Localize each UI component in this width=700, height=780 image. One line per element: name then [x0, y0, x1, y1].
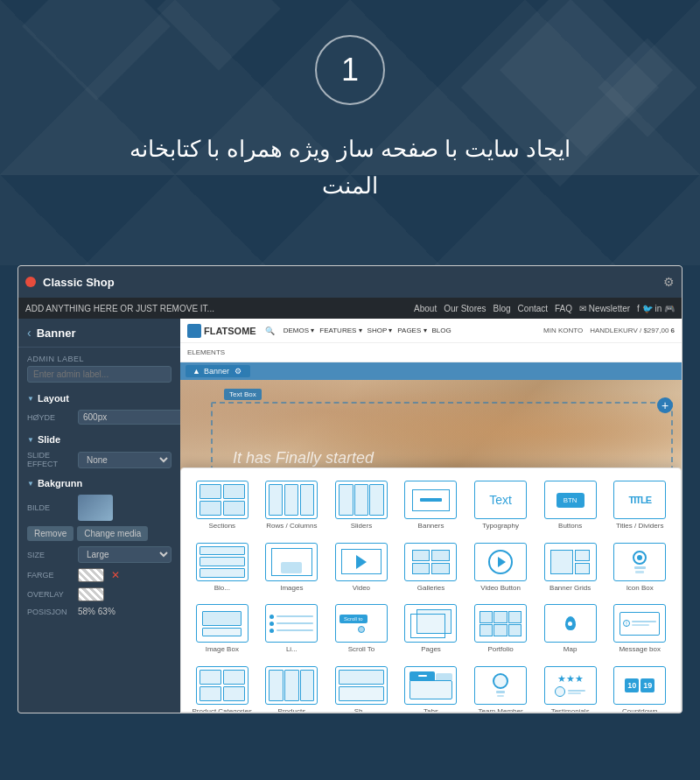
- search-icon[interactable]: 🔍: [265, 327, 275, 335]
- banner-label-chip: ▲ Banner ⚙: [186, 365, 250, 377]
- element-pages[interactable]: Pages: [399, 601, 464, 657]
- element-team-member[interactable]: Team Member: [468, 663, 533, 713]
- element-scroll-to[interactable]: Scroll to Scroll To: [329, 601, 394, 657]
- element-testimonials[interactable]: ★★★ Testimonials: [538, 663, 603, 713]
- element-products[interactable]: Products: [260, 663, 325, 713]
- element-sh[interactable]: Sh...: [329, 663, 394, 713]
- admin-bar-text: ADD ANYTHING HERE OR JUST REMOVE IT...: [25, 304, 214, 313]
- left-panel: ‹ Banner ADMIN LABEL Layout HØYDE Slide …: [18, 319, 180, 713]
- images-icon: [265, 543, 318, 581]
- images-label: Images: [280, 584, 303, 593]
- element-blog[interactable]: Blo...: [190, 539, 255, 596]
- top-section: 1 ایجاد سایت با صفحه ساز ویژه همراه با ک…: [0, 0, 700, 265]
- element-galleries[interactable]: Galleries: [399, 539, 464, 596]
- element-sliders[interactable]: Sliders: [329, 477, 394, 534]
- admin-bar-contact[interactable]: Contact: [518, 304, 548, 313]
- right-content: FLATSOME 🔍 DEMOS ▾ FEATURES ▾ SHOP ▾ PAG…: [180, 319, 682, 713]
- element-typography[interactable]: Text Typography: [468, 477, 533, 534]
- admin-bar-stores[interactable]: Our Stores: [444, 304, 486, 313]
- map-icon: [544, 604, 597, 643]
- overlay-row: OVERLAY: [18, 585, 180, 604]
- element-rows[interactable]: Rows / Columns: [260, 477, 325, 534]
- team-member-label: Team Member: [479, 707, 523, 713]
- scroll-to-label: Scroll To: [348, 645, 375, 654]
- min-konto[interactable]: MIN KONTO: [543, 327, 583, 334]
- element-banner-grids[interactable]: Banner Grids: [538, 539, 603, 596]
- size-select[interactable]: Large: [78, 546, 172, 563]
- gear-icon[interactable]: ⚙: [663, 275, 675, 289]
- pages-label: Pages: [421, 645, 441, 654]
- element-sections[interactable]: Sections: [190, 477, 255, 534]
- element-portfolio[interactable]: Portfolio: [468, 601, 533, 657]
- nav-demos[interactable]: DEMOS ▾: [284, 327, 315, 334]
- bilde-row: BILDE: [18, 492, 180, 524]
- slide-effect-select[interactable]: None: [78, 452, 172, 468]
- panel-section-name: Banner: [37, 327, 76, 340]
- elements-overlay: Sections Rows / Columns: [180, 467, 682, 713]
- nav-pages[interactable]: PAGES ▾: [397, 327, 426, 334]
- remove-button[interactable]: Remove: [27, 526, 74, 541]
- video-button-icon: [474, 543, 527, 581]
- admin-bar-newsletter[interactable]: ✉ Newsletter: [579, 304, 630, 313]
- element-buttons[interactable]: BTN Buttons: [538, 477, 603, 534]
- hoyde-row: HØYDE: [18, 407, 180, 427]
- element-titles[interactable]: TITLE Titles / Dividers: [607, 477, 672, 534]
- text-box-label[interactable]: Text Box: [224, 389, 262, 400]
- video-icon: [335, 543, 388, 581]
- diamond-shape: [22, 0, 171, 101]
- admin-bar-faq[interactable]: FAQ: [555, 304, 572, 313]
- rows-icon: [265, 481, 318, 519]
- nav-blog[interactable]: BLOG: [432, 327, 452, 334]
- admin-bar-about[interactable]: About: [414, 304, 437, 313]
- typography-label: Typography: [482, 522, 519, 531]
- element-video[interactable]: Video: [329, 539, 394, 596]
- close-button[interactable]: [25, 277, 36, 287]
- admin-bar-blog[interactable]: Blog: [494, 304, 511, 313]
- farge-row: FARGE ✕: [18, 566, 180, 585]
- icon-box-icon: [613, 543, 666, 581]
- message-box-label: Message box: [619, 645, 661, 654]
- banner-settings-icon[interactable]: ⚙: [233, 366, 243, 376]
- tabs-label: Tabs: [424, 707, 438, 713]
- farge-clear-icon[interactable]: ✕: [111, 569, 120, 581]
- buttons-icon: BTN: [544, 481, 597, 519]
- hoyde-input[interactable]: [78, 410, 180, 425]
- nav-features[interactable]: FEATURES ▾: [319, 327, 361, 334]
- galleries-label: Galleries: [417, 584, 445, 593]
- admin-label-field: ADMIN LABEL: [18, 348, 180, 386]
- element-map[interactable]: Map: [538, 601, 603, 657]
- elements-grid: Sections Rows / Columns: [190, 477, 672, 713]
- elements-nav[interactable]: ELEMENTS: [187, 348, 225, 356]
- video-button-label: Video Button: [480, 584, 521, 593]
- element-product-categories[interactable]: Product Categories: [190, 663, 255, 713]
- sliders-label: Sliders: [351, 522, 372, 531]
- builder-bar: Classic Shop ⚙: [18, 266, 682, 298]
- element-banners[interactable]: Banners: [399, 477, 464, 534]
- change-media-button[interactable]: Change media: [77, 526, 148, 541]
- banner-edit-bar: ▲ Banner ⚙: [180, 362, 682, 380]
- layout-section: Layout: [18, 386, 180, 407]
- element-image-box[interactable]: Image Box: [190, 601, 255, 657]
- element-message-box[interactable]: ! Message box: [607, 601, 672, 657]
- banners-label: Banners: [418, 522, 444, 531]
- nav-shop[interactable]: SHOP ▾: [368, 327, 393, 334]
- scroll-to-icon: Scroll to: [335, 604, 388, 643]
- titles-icon: TITLE: [613, 481, 666, 519]
- sections-icon: [196, 481, 248, 519]
- element-images[interactable]: Images: [260, 539, 325, 596]
- overlay-color-picker[interactable]: [78, 587, 104, 601]
- element-tabs[interactable]: Tabs: [399, 663, 464, 713]
- handlekurv[interactable]: HANDLEKURV / $297,00 6: [590, 327, 675, 334]
- sections-label: Sections: [208, 522, 235, 531]
- element-icon-box[interactable]: Icon Box: [607, 539, 672, 596]
- sh-label: Sh...: [354, 707, 368, 713]
- galleries-icon: [404, 543, 457, 581]
- element-countdown[interactable]: 10 19 Countdown: [607, 663, 672, 713]
- element-video-button[interactable]: Video Button: [468, 539, 533, 596]
- element-li[interactable]: Li...: [260, 601, 325, 657]
- image-thumbnail: [78, 495, 113, 521]
- testimonials-label: Testimonials: [551, 707, 590, 713]
- admin-label-input[interactable]: [27, 366, 172, 383]
- farge-color-picker[interactable]: [78, 568, 104, 582]
- back-arrow[interactable]: ‹: [27, 326, 32, 340]
